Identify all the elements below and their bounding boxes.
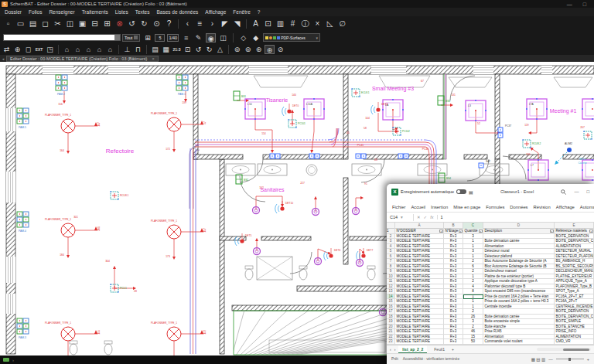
next-folio-icon[interactable]: › bbox=[207, 18, 218, 29]
excel-maximize-button[interactable]: □ bbox=[586, 189, 589, 194]
rotate-right-icon[interactable]: ↻ bbox=[204, 45, 214, 54]
filter-dropdown[interactable]: Tout bbox=[122, 34, 140, 42]
sheet-next-icon[interactable]: › bbox=[394, 347, 396, 352]
menu-traitements[interactable]: Traitements bbox=[82, 9, 108, 15]
undo-icon[interactable]: ↺ bbox=[126, 18, 138, 29]
outlet-c-icon[interactable]: ⊛ bbox=[254, 45, 264, 54]
cell[interactable]: R+3 bbox=[444, 339, 463, 345]
minimize-button[interactable]: — bbox=[567, 2, 572, 7]
redo-icon[interactable]: ↻ bbox=[138, 18, 150, 29]
zoom-window-icon[interactable]: ◻ bbox=[23, 45, 33, 54]
cell[interactable]: CMD_VR bbox=[555, 339, 594, 345]
sheet-tab-feuil1[interactable]: Feuil1 bbox=[430, 345, 449, 353]
delete-icon[interactable]: ⊗ bbox=[114, 18, 125, 29]
row-header-23[interactable]: 23 bbox=[387, 339, 395, 345]
layer-back-icon[interactable]: ◆ bbox=[251, 33, 261, 43]
select-icon[interactable]: ◻ bbox=[39, 18, 51, 29]
layer-front-icon[interactable]: ◇ bbox=[238, 33, 248, 43]
pointer-a-icon[interactable]: ◤ bbox=[219, 18, 230, 29]
angle-icon[interactable]: △ bbox=[215, 45, 225, 54]
copy-icon[interactable]: ◫ bbox=[64, 18, 76, 29]
cell[interactable]: MODELE TERTIAIRE bbox=[395, 339, 444, 345]
menu-textes[interactable]: Textes bbox=[135, 9, 150, 15]
outlet-a-icon[interactable]: ⊚ bbox=[232, 45, 242, 54]
formula-value[interactable]: 1 bbox=[437, 215, 594, 219]
save-icon[interactable]: ▤ bbox=[27, 18, 39, 29]
fit-icon[interactable]: ⊕ bbox=[12, 45, 22, 54]
ribbon-tab-formules[interactable]: Formules bbox=[486, 205, 504, 209]
list-equipment-icon[interactable]: ▤ bbox=[150, 45, 160, 54]
outlet-symbol[interactable] bbox=[270, 154, 280, 158]
fx-icon[interactable]: fx bbox=[430, 215, 433, 219]
cell[interactable]: Commande volet roulant bbox=[483, 339, 555, 345]
maximize-button[interactable]: □ bbox=[583, 2, 586, 7]
clipboard-icon[interactable]: ▥ bbox=[275, 18, 286, 29]
document-tab[interactable]: Editer Dossier : 00-MODELE TERTIAIRE (Cr… bbox=[6, 56, 159, 62]
outlet-symbol[interactable] bbox=[398, 154, 408, 158]
center-icon[interactable]: ⊙ bbox=[151, 18, 162, 29]
filter-icon[interactable]: ▾ bbox=[479, 230, 483, 233]
cartouche-icon[interactable]: ⊡ bbox=[262, 18, 274, 29]
probe-socket-icon[interactable]: ⊓ bbox=[133, 45, 143, 54]
home-plain-icon[interactable]: ⌂ bbox=[62, 45, 72, 54]
filter-icon[interactable]: ▾ bbox=[439, 230, 443, 233]
pencil-icon[interactable]: ✎ bbox=[193, 33, 203, 43]
help-icon[interactable]: ? bbox=[163, 18, 175, 29]
ribbon-tab-mise-en-page[interactable]: Mise en page bbox=[453, 205, 480, 209]
sheet-tab-active[interactable]: list_ap_2_2 bbox=[398, 345, 427, 353]
name-box-caret[interactable]: ▾ bbox=[401, 215, 403, 219]
print-setup-icon[interactable]: ⊞ bbox=[101, 18, 113, 29]
menu-bases-de-donn-es[interactable]: Bases de données bbox=[157, 9, 199, 15]
menu-folios[interactable]: Folios bbox=[29, 9, 42, 15]
measure-icon[interactable]: ◺ bbox=[324, 18, 336, 29]
ribbon-tab-r-vision[interactable]: Révision bbox=[534, 205, 551, 209]
search-input[interactable] bbox=[3, 34, 121, 41]
ribbon-tab-automate[interactable]: Automate bbox=[580, 205, 594, 209]
cut-icon[interactable]: ✂ bbox=[52, 18, 63, 29]
library-icon[interactable]: ◫ bbox=[218, 33, 228, 43]
zoom-ext-icon[interactable]: EXT bbox=[34, 45, 44, 54]
zoom-out-button[interactable]: — bbox=[548, 357, 553, 362]
ribbon-tab-donn-es[interactable]: Données bbox=[510, 205, 527, 209]
pan-icon[interactable]: ⇄ bbox=[2, 45, 12, 54]
grid-toggle-icon[interactable]: ⊞ bbox=[142, 33, 152, 43]
menu-affichage[interactable]: Affichage bbox=[205, 9, 226, 15]
list-cables-icon[interactable]: ▦ bbox=[161, 45, 171, 54]
ribbon-tab-accueil[interactable]: Accueil bbox=[411, 205, 425, 209]
prev-folio-icon[interactable]: ‹ bbox=[182, 18, 193, 29]
probe-ground-icon[interactable]: ⊥ bbox=[122, 45, 132, 54]
menu-listes[interactable]: Listes bbox=[115, 9, 128, 15]
cell[interactable]: 50 bbox=[463, 339, 483, 345]
layer-select[interactable]: PDP-Surfaces ▾ bbox=[263, 33, 320, 42]
home-link-icon[interactable]: ⌂ bbox=[105, 45, 115, 54]
ribbon-tab-insertion[interactable]: Insertion bbox=[431, 205, 448, 209]
erase-icon[interactable]: × bbox=[312, 18, 323, 29]
home-filled-icon[interactable]: ⌂ bbox=[73, 45, 83, 54]
zoom-slider[interactable] bbox=[556, 359, 584, 359]
outlet-symbol[interactable] bbox=[356, 154, 366, 158]
name-box[interactable]: C14 ▾ bbox=[387, 215, 413, 219]
ribbon-tab-affichage[interactable]: Affichage bbox=[556, 205, 575, 209]
pin-icon[interactable]: ◉ bbox=[206, 33, 216, 43]
hide-icon[interactable]: ∅ bbox=[336, 18, 348, 29]
autosave-toggle[interactable] bbox=[456, 189, 466, 194]
filter-icon[interactable]: ▾ bbox=[589, 230, 593, 233]
print-icon[interactable]: ⊟ bbox=[89, 18, 101, 29]
formula-enter-icon[interactable]: ✓ bbox=[424, 215, 428, 219]
ribbon-tab-fichier[interactable]: Fichier bbox=[392, 205, 405, 209]
outlet-d-icon[interactable]: ⊛ bbox=[265, 45, 275, 54]
menu-renseigner[interactable]: Renseigner bbox=[49, 9, 74, 15]
excel-minimize-button[interactable]: — bbox=[574, 189, 579, 194]
tab-close-icon[interactable]: × bbox=[152, 56, 154, 61]
open-icon[interactable]: ▭ bbox=[15, 18, 26, 29]
save-icon[interactable]: ▤ bbox=[469, 189, 473, 195]
home-up-icon[interactable]: ⌂ bbox=[94, 45, 104, 54]
snap-value-box[interactable]: 5 bbox=[155, 34, 165, 42]
horizontal-scrollbar[interactable] bbox=[537, 348, 591, 351]
filter-dropdown-button[interactable] bbox=[134, 36, 138, 39]
scale-21-icon[interactable]: 21:3 bbox=[172, 45, 182, 54]
move-symbol-icon[interactable]: ⊡ bbox=[183, 45, 193, 54]
view-buttons[interactable]: ▦ ▤ ▥ bbox=[531, 357, 546, 362]
menu-?[interactable]: ? bbox=[258, 9, 261, 15]
search-icon[interactable] bbox=[561, 189, 566, 195]
